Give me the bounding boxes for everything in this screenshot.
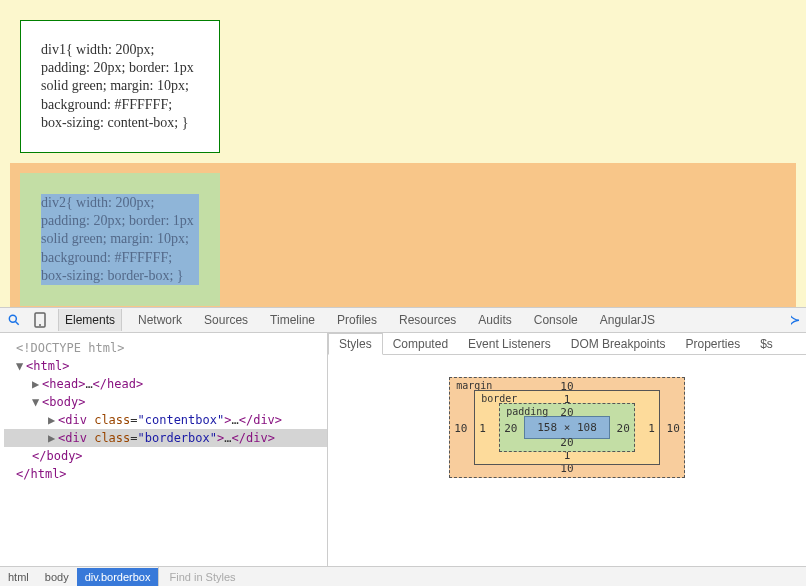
box-model-border[interactable]: border 1 1 1 1 padding 20 20 20 20 158 ×… [474,390,660,465]
box-model-view: margin 10 10 10 10 border 1 1 1 1 paddin… [328,355,806,566]
tab-timeline[interactable]: Timeline [264,309,321,331]
styles-tab-more[interactable]: $s [750,334,783,354]
device-icon[interactable] [32,312,48,328]
styles-tab-styles[interactable]: Styles [328,333,383,355]
padding-right-value: 20 [617,421,630,434]
tab-console[interactable]: Console [528,309,584,331]
styles-tab-dombreakpoints[interactable]: DOM Breakpoints [561,334,676,354]
dom-tree[interactable]: <!DOCTYPE html> ▼<html> ▶<head>…</head> … [0,333,328,566]
tab-profiles[interactable]: Profiles [331,309,383,331]
margin-right-value: 10 [667,421,680,434]
padding-top-value: 20 [560,406,573,419]
dom-line[interactable]: ▼<html> [4,357,327,375]
div2-padding-highlight: div2{ width: 200px; padding: 20px; borde… [21,174,219,305]
div2-borderbox: div2{ width: 200px; padding: 20px; borde… [41,194,199,285]
doctype: <!DOCTYPE html> [16,341,124,355]
div2-margin-highlight: div2{ width: 200px; padding: 20px; borde… [10,163,796,316]
devtools-toolbar: Elements Network Sources Timeline Profil… [0,307,806,333]
dom-line[interactable]: </html> [4,465,327,483]
styles-panel: Styles Computed Event Listeners DOM Brea… [328,333,806,566]
dom-line[interactable]: </body> [4,447,327,465]
tab-network[interactable]: Network [132,309,188,331]
breadcrumb-bar: html body div.borderbox Find in Styles [0,566,806,586]
dom-line-selected[interactable]: ▶<div class="borderbox">…</div> [4,429,327,447]
svg-point-0 [9,315,16,322]
padding-left-value: 20 [504,421,517,434]
crumb-selected[interactable]: div.borderbox [77,568,159,586]
crumb-body[interactable]: body [37,568,77,586]
div2-border-highlight: div2{ width: 200px; padding: 20px; borde… [20,173,220,306]
tab-audits[interactable]: Audits [472,309,517,331]
drawer-toggle-icon[interactable]: ≻ [790,313,800,327]
tab-elements[interactable]: Elements [58,309,122,331]
styles-tab-eventlisteners[interactable]: Event Listeners [458,334,561,354]
devtools-body: <!DOCTYPE html> ▼<html> ▶<head>…</head> … [0,333,806,566]
tab-angularjs[interactable]: AngularJS [594,309,661,331]
margin-left-value: 10 [454,421,467,434]
box-model-padding[interactable]: padding 20 20 20 20 158 × 108 [499,403,635,452]
box-model[interactable]: margin 10 10 10 10 border 1 1 1 1 paddin… [449,377,685,478]
dom-line[interactable]: ▼<body> [4,393,327,411]
border-left-value: 1 [479,421,486,434]
rendered-page: div1{ width: 200px; padding: 20px; borde… [0,0,806,307]
tab-sources[interactable]: Sources [198,309,254,331]
div1-contentbox: div1{ width: 200px; padding: 20px; borde… [20,20,220,153]
dom-line[interactable]: <!DOCTYPE html> [4,339,327,357]
crumb-html[interactable]: html [0,568,37,586]
padding-bottom-value: 20 [560,436,573,449]
dom-line[interactable]: ▶<div class="contentbox">…</div> [4,411,327,429]
box-model-margin[interactable]: margin 10 10 10 10 border 1 1 1 1 paddin… [449,377,685,478]
padding-label: padding [506,406,548,417]
border-right-value: 1 [648,421,655,434]
styles-tab-properties[interactable]: Properties [675,334,750,354]
styles-tabs: Styles Computed Event Listeners DOM Brea… [328,333,806,355]
dom-line[interactable]: ▶<head>…</head> [4,375,327,393]
tab-resources[interactable]: Resources [393,309,462,331]
svg-line-1 [15,321,18,324]
search-icon[interactable] [6,312,22,328]
styles-tab-computed[interactable]: Computed [383,334,458,354]
find-in-styles[interactable]: Find in Styles [158,567,806,586]
